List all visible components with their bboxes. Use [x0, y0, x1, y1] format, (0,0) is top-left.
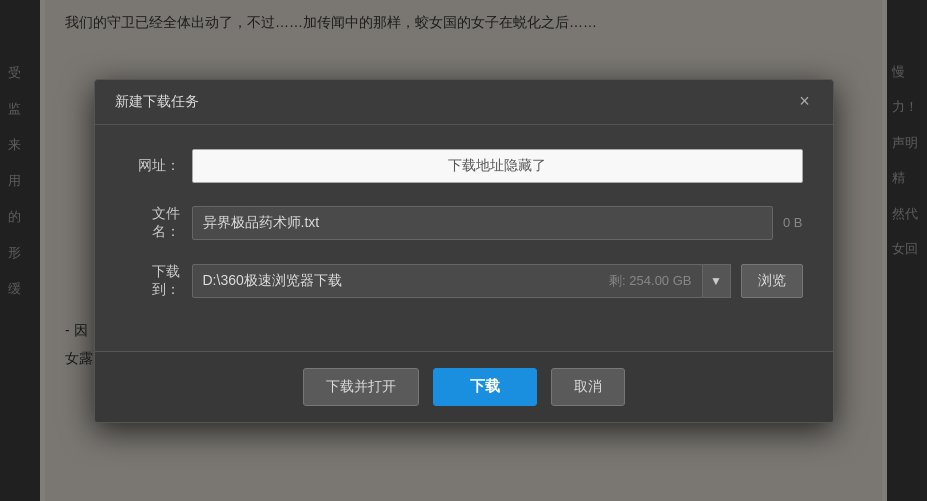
download-path-box: D:\360极速浏览器下载 剩: 254.00 GB [192, 264, 703, 298]
cancel-button[interactable]: 取消 [551, 368, 625, 406]
close-button[interactable]: × [793, 90, 817, 114]
dialog-title: 新建下载任务 [115, 93, 199, 111]
download-button[interactable]: 下载 [433, 368, 537, 406]
download-to-container: D:\360极速浏览器下载 剩: 254.00 GB ▼ 浏览 [192, 264, 803, 298]
remaining-label: 剩: 254.00 GB [609, 272, 691, 290]
dialog-body: 网址： 文件名： 0 B 下载到： D:\360极速浏览器下载 剩: 254.0… [95, 125, 833, 341]
filesize-label: 0 B [783, 215, 803, 230]
dialog-titlebar: 新建下载任务 × [95, 80, 833, 125]
download-dialog: 新建下载任务 × 网址： 文件名： 0 B 下载到： D:\360极速浏览器下载… [94, 79, 834, 423]
download-open-button[interactable]: 下载并打开 [303, 368, 419, 406]
filename-label: 文件名： [125, 205, 180, 241]
download-to-label: 下载到： [125, 263, 180, 299]
url-input[interactable] [192, 149, 803, 183]
browse-button[interactable]: 浏览 [741, 264, 803, 298]
filename-input[interactable] [192, 206, 773, 240]
filename-container: 0 B [192, 206, 803, 240]
url-label: 网址： [125, 157, 180, 175]
dropdown-button[interactable]: ▼ [703, 264, 731, 298]
download-path-text: D:\360极速浏览器下载 [203, 272, 600, 290]
dialog-footer: 下载并打开 下载 取消 [95, 352, 833, 422]
url-row: 网址： [125, 149, 803, 183]
download-to-row: 下载到： D:\360极速浏览器下载 剩: 254.00 GB ▼ 浏览 [125, 263, 803, 299]
filename-row: 文件名： 0 B [125, 205, 803, 241]
